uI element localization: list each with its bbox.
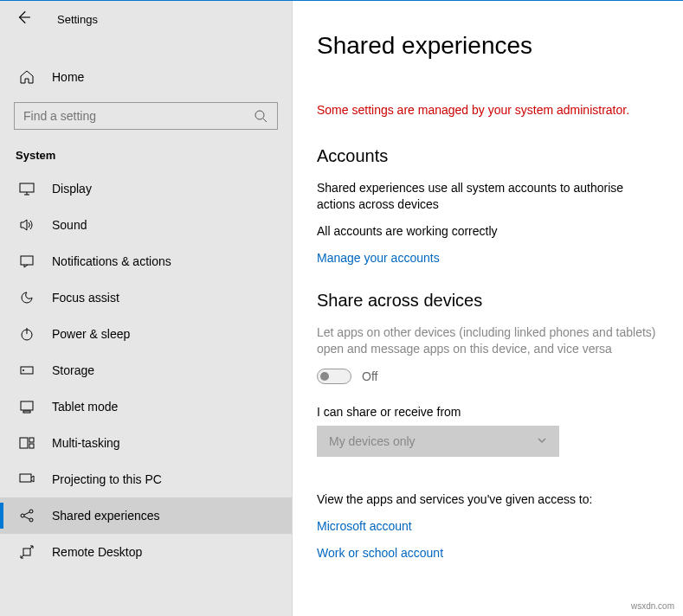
sidebar-item-tablet[interactable]: Tablet mode — [0, 388, 292, 425]
sidebar-item-storage[interactable]: Storage — [0, 352, 292, 388]
sidebar-item-focus[interactable]: Focus assist — [0, 279, 292, 316]
svg-rect-13 — [20, 438, 28, 448]
sidebar-item-label: Shared experiences — [52, 509, 160, 523]
notifications-icon — [19, 253, 35, 269]
remote-icon — [19, 544, 35, 560]
svg-rect-16 — [20, 474, 31, 482]
sidebar-item-notifications[interactable]: Notifications & actions — [0, 243, 292, 279]
svg-line-2 — [263, 119, 267, 122]
tablet-icon — [19, 399, 35, 414]
share-dropdown[interactable]: My devices only — [317, 426, 559, 457]
sidebar-item-label: Tablet mode — [52, 400, 118, 414]
sidebar-item-display[interactable]: Display — [0, 170, 292, 207]
svg-point-1 — [255, 111, 264, 119]
sidebar-item-label: Focus assist — [52, 291, 119, 305]
svg-rect-3 — [20, 183, 34, 192]
power-icon — [19, 326, 35, 342]
svg-point-10 — [23, 369, 24, 371]
sidebar-item-shared[interactable]: Shared experiences — [0, 497, 292, 534]
work-school-account-link[interactable]: Work or school account — [317, 546, 443, 560]
accounts-desc: Shared experiences use all system accoun… — [317, 180, 659, 213]
sidebar-item-project[interactable]: Projecting to this PC — [0, 461, 292, 497]
svg-rect-12 — [23, 411, 30, 413]
shared-icon — [19, 508, 35, 523]
sidebar-item-sound[interactable]: Sound — [0, 207, 292, 243]
svg-point-17 — [21, 514, 24, 517]
window-title: Settings — [57, 13, 98, 26]
header-row: Settings — [0, 1, 292, 35]
project-icon — [19, 472, 35, 487]
sidebar-item-label: Storage — [52, 363, 94, 377]
search-box[interactable] — [14, 102, 278, 130]
share-field-label: I can share or receive from — [317, 405, 659, 419]
sidebar-item-label: Display — [52, 182, 92, 196]
share-toggle-label: Off — [362, 369, 377, 383]
sidebar-nav-list: Display Sound Notifications & actions Fo… — [0, 170, 292, 616]
share-toggle[interactable] — [317, 369, 351, 384]
accounts-section-title: Accounts — [317, 146, 659, 166]
svg-rect-15 — [29, 444, 34, 448]
focus-icon — [19, 290, 35, 305]
display-icon — [19, 181, 35, 196]
search-input[interactable] — [23, 109, 253, 123]
dropdown-value: My devices only — [329, 434, 416, 448]
microsoft-account-link[interactable]: Microsoft account — [317, 519, 412, 533]
home-label: Home — [52, 70, 84, 84]
share-toggle-row: Off — [317, 369, 659, 384]
accounts-status: All accounts are working correctly — [317, 223, 659, 240]
manage-accounts-link[interactable]: Manage your accounts — [317, 251, 440, 265]
svg-line-21 — [24, 517, 29, 519]
page-title: Shared experiences — [317, 32, 659, 60]
search-icon — [253, 108, 268, 124]
home-icon — [19, 69, 35, 85]
sound-icon — [19, 217, 35, 233]
sidebar-item-multitask[interactable]: Multi-tasking — [0, 425, 292, 461]
svg-rect-22 — [23, 549, 30, 555]
svg-rect-6 — [21, 256, 33, 265]
sidebar-item-label: Notifications & actions — [52, 254, 171, 268]
sidebar-item-label: Projecting to this PC — [52, 472, 162, 486]
sidebar-item-label: Power & sleep — [52, 327, 130, 341]
svg-rect-14 — [29, 438, 34, 442]
svg-line-20 — [24, 512, 29, 515]
sidebar-panel: Settings Home System Display Sound Notif… — [0, 1, 293, 616]
storage-icon — [19, 363, 35, 378]
sidebar-item-power[interactable]: Power & sleep — [0, 316, 292, 352]
multitask-icon — [19, 435, 35, 451]
svg-rect-11 — [21, 401, 33, 410]
back-arrow-icon[interactable] — [16, 10, 31, 29]
sidebar-item-label: Multi-tasking — [52, 436, 120, 450]
share-desc: Let apps on other devices (including lin… — [317, 324, 659, 357]
sidebar-item-label: Remote Desktop — [52, 545, 142, 559]
sidebar-section-label: System — [0, 135, 292, 170]
svg-point-19 — [29, 518, 33, 522]
sidebar-item-remote[interactable]: Remote Desktop — [0, 534, 292, 570]
home-nav[interactable]: Home — [0, 57, 292, 97]
sidebar-item-label: Sound — [52, 218, 87, 232]
share-section-title: Share across devices — [317, 291, 659, 311]
chevron-down-icon — [537, 434, 547, 448]
admin-warning: Some settings are managed by your system… — [317, 103, 659, 117]
watermark: wsxdn.com — [631, 601, 674, 611]
access-label: View the apps and services you've given … — [317, 491, 659, 508]
svg-point-18 — [29, 510, 33, 513]
main-content: Shared experiences Some settings are man… — [293, 1, 683, 616]
